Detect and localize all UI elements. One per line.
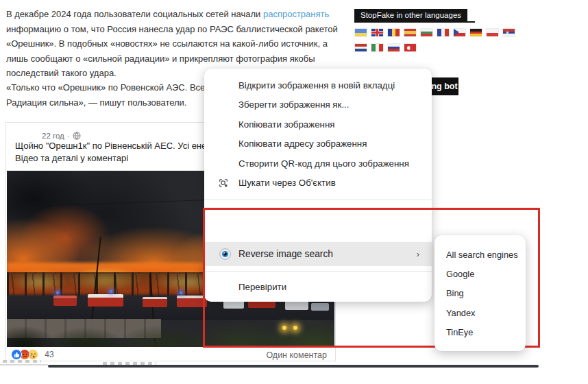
flag-united-kingdom-icon[interactable]	[371, 29, 383, 36]
flag-serbia-icon[interactable]	[503, 29, 515, 36]
flag-russia-icon[interactable]	[388, 44, 400, 51]
submenu-item-yandex[interactable]: Yandex	[434, 303, 526, 322]
context-menu-item-label: Копіювати адресу зображення	[238, 139, 367, 149]
context-menu: Відкрити зображення в новій вкладціЗбере…	[204, 69, 432, 302]
flag-spain-icon[interactable]	[404, 29, 416, 36]
lens-icon	[218, 178, 229, 189]
scrollbar-track	[0, 364, 48, 365]
flag-italy-icon[interactable]	[371, 44, 383, 51]
flag-romania-icon[interactable]	[388, 29, 400, 36]
post-footer: 43 Один коментар	[11, 349, 330, 361]
page: В декабре 2024 года пользователи социаль…	[0, 0, 588, 384]
reactions-count: 43	[45, 350, 53, 359]
comments-count[interactable]: Один коментар	[266, 350, 327, 360]
article-text: В декабре 2024 года пользователи социаль…	[6, 9, 263, 19]
reverse-search-submenu: All search enginesGoogleBingYandexTinEye	[434, 235, 526, 351]
globe-icon	[73, 132, 81, 140]
context-menu-item[interactable]: Копіювати адресу зображення	[204, 134, 432, 154]
submenu-item-google[interactable]: Google	[434, 264, 526, 283]
factchecking-bot-badge[interactable]: ng bot	[430, 77, 458, 95]
context-menu-item-label: Перевірити	[238, 282, 286, 292]
flag-germany-icon[interactable]	[470, 29, 482, 36]
context-menu-item[interactable]: Відкрити зображення в новій вкладці	[204, 75, 432, 95]
flag-netherlands-icon[interactable]	[355, 44, 367, 51]
context-menu-item-label: Відкрити зображення в новій вкладці	[238, 80, 395, 91]
context-menu-item-inspect[interactable]: Перевірити	[204, 276, 432, 297]
languages-widget-underline	[354, 21, 475, 23]
cutoff-text-fragment	[3, 360, 41, 363]
reverse-image-search-eye-icon	[219, 248, 231, 260]
context-menu-item[interactable]: Зберегти зображення як...	[204, 95, 432, 115]
post-meta: 22 год ·	[42, 132, 81, 140]
context-menu-item[interactable]: Копіювати зображення	[204, 115, 432, 134]
flag-turkey-icon[interactable]	[404, 44, 416, 51]
submenu-item-bing[interactable]: Bing	[434, 284, 526, 303]
flag-poland-icon[interactable]	[487, 29, 498, 36]
flag-czech-republic-icon[interactable]	[454, 29, 465, 36]
submenu-item-tineye[interactable]: TinEye	[434, 323, 526, 342]
menu-empty-area	[204, 200, 432, 242]
article-quote-line-1: «Только что «Орешник» по Ровенской АЭС. …	[6, 82, 230, 93]
submenu-item-label: Bing	[446, 288, 464, 298]
street-light	[282, 326, 286, 330]
context-menu-item-reverse-image-search[interactable]: Reverse image search ›	[204, 242, 432, 266]
context-menu-item-label: Зберегти зображення як...	[238, 99, 349, 110]
submenu-item-label: Google	[446, 269, 474, 279]
flag-bulgaria-icon[interactable]	[421, 29, 432, 36]
submenu-item-label: TinEye	[446, 327, 473, 337]
context-menu-item-label: Шукати через Об'єктив	[238, 178, 336, 188]
submenu-item-label: Yandex	[446, 308, 475, 318]
flag-france-icon[interactable]	[437, 29, 449, 36]
language-flags-list	[355, 29, 523, 59]
street-light	[293, 326, 297, 330]
post-text-line-2: Відео та деталі у коментарі	[15, 153, 128, 163]
post-timestamp[interactable]: 22 год	[42, 132, 64, 140]
horizontal-scrollbar[interactable]	[48, 365, 539, 368]
flag-ukraine-icon[interactable]	[355, 29, 367, 36]
article-link-rasprostranyat[interactable]: распространять	[263, 9, 329, 19]
context-menu-item-label: Створити QR-код для цього зображення	[238, 158, 409, 169]
submenu-item-all-search-engines[interactable]: All search engines	[434, 245, 526, 264]
meta-separator: ·	[67, 132, 70, 140]
context-menu-item-label: Reverse image search	[238, 249, 333, 259]
context-menu-item[interactable]: Створити QR-код для цього зображення	[204, 154, 432, 173]
context-menu-item-label: Копіювати зображення	[238, 119, 334, 130]
chevron-right-icon: ›	[417, 249, 419, 259]
reactions-group[interactable]	[11, 349, 38, 360]
like-reaction-icon	[11, 349, 22, 360]
article-quote-line-2: Радиация сильна», — пишут пользователи.	[6, 97, 186, 108]
languages-widget-title: StopFake in other languages	[354, 9, 467, 21]
context-menu-item[interactable]: Шукати через Об'єктив	[204, 173, 432, 193]
submenu-item-label: All search engines	[446, 250, 518, 260]
menu-divider	[204, 271, 432, 272]
